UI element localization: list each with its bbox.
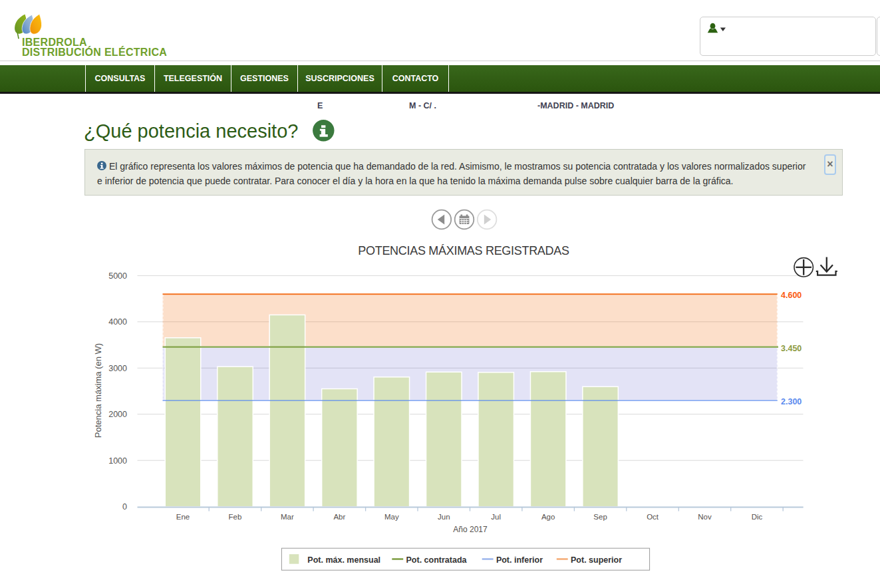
svg-text:3000: 3000 (108, 364, 127, 373)
svg-text:Potencia máxima (en W): Potencia máxima (en W) (93, 343, 103, 438)
svg-text:Pot. máx. mensual: Pot. máx. mensual (307, 555, 380, 565)
svg-text:Abr: Abr (333, 513, 345, 521)
svg-text:Nov: Nov (698, 513, 712, 521)
svg-text:POTENCIAS MÁXIMAS REGISTRADAS: POTENCIAS MÁXIMAS REGISTRADAS (358, 244, 569, 257)
svg-text:4.600: 4.600 (781, 291, 802, 300)
svg-text:2000: 2000 (108, 410, 127, 419)
svg-text:Sep: Sep (593, 513, 607, 521)
svg-text:Pot. contratada: Pot. contratada (406, 555, 468, 565)
svg-text:4000: 4000 (108, 317, 127, 327)
svg-text:Oct: Oct (647, 513, 659, 521)
svg-text:2.300: 2.300 (781, 397, 802, 406)
svg-text:1000: 1000 (108, 456, 127, 466)
svg-text:Feb: Feb (229, 513, 242, 521)
svg-text:Año 2017: Año 2017 (453, 525, 488, 534)
svg-text:Mar: Mar (281, 513, 294, 521)
svg-text:Ago: Ago (541, 513, 555, 521)
svg-text:May: May (384, 513, 399, 521)
svg-text:Dic: Dic (752, 513, 763, 521)
svg-text:Pot. superior: Pot. superior (571, 555, 622, 565)
svg-text:Jun: Jun (438, 513, 450, 521)
svg-text:0: 0 (122, 502, 127, 512)
svg-text:Ene: Ene (176, 513, 190, 521)
svg-text:Pot. inferior: Pot. inferior (496, 555, 543, 565)
svg-text:Jul: Jul (491, 513, 501, 521)
svg-text:5000: 5000 (108, 271, 127, 281)
svg-text:3.450: 3.450 (781, 344, 802, 353)
